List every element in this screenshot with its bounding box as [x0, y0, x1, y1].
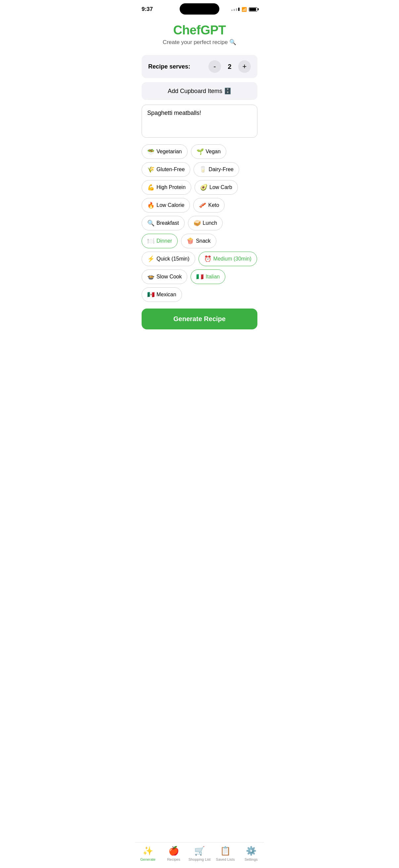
tag-gluten-free[interactable]: 🌾Gluten-Free	[142, 162, 190, 177]
app-header: ChefGPT Create your perfect recipe 🔍	[135, 17, 264, 49]
tag-emoji-dinner: 🍽️	[147, 237, 155, 245]
tag-low-calorie[interactable]: 🔥Low Calorie	[142, 198, 190, 213]
tag-emoji-vegetarian: 🥗	[147, 148, 155, 155]
tag-emoji-quick: ⚡	[147, 255, 155, 262]
tag-dairy-free[interactable]: 🥛Dairy-Free	[194, 162, 239, 177]
tag-label-dairy-free: Dairy-Free	[208, 166, 234, 173]
tag-emoji-dairy-free: 🥛	[199, 166, 206, 173]
tag-label-slow-cook: Slow Cook	[157, 274, 181, 280]
tag-slow-cook[interactable]: 🍲Slow Cook	[142, 270, 187, 284]
signal-icon	[231, 8, 239, 11]
cupboard-button[interactable]: Add Cupboard Items 🗄️	[142, 82, 257, 100]
tag-vegetarian[interactable]: 🥗Vegetarian	[142, 144, 188, 159]
tag-emoji-snack: 🍿	[187, 237, 194, 245]
recipe-input[interactable]: Spaghetti meatballs!	[142, 104, 257, 138]
tag-emoji-medium: ⏰	[204, 255, 211, 262]
generate-recipe-button[interactable]: Generate Recipe	[142, 309, 257, 330]
tag-label-breakfast: Breakfast	[157, 220, 179, 226]
tag-dinner[interactable]: 🍽️Dinner	[142, 234, 178, 248]
tag-label-keto: Keto	[208, 202, 219, 208]
tag-emoji-high-protein: 💪	[147, 184, 155, 191]
tag-label-vegetarian: Vegetarian	[157, 149, 182, 155]
app-subtitle: Create your perfect recipe 🔍	[142, 39, 257, 46]
serves-decrement-button[interactable]: -	[208, 60, 221, 73]
battery-icon	[249, 7, 257, 11]
tag-mexican[interactable]: 🇲🇽Mexican	[142, 287, 182, 302]
tag-emoji-vegan: 🌱	[197, 148, 204, 155]
serves-count: 2	[226, 63, 233, 70]
tag-medium[interactable]: ⏰Medium (30min)	[199, 252, 257, 266]
serves-label: Recipe serves:	[148, 63, 190, 70]
wifi-icon: 📶	[241, 7, 247, 12]
tag-label-lunch: Lunch	[203, 220, 218, 226]
dynamic-island	[180, 3, 219, 14]
tag-italian[interactable]: 🇮🇹Italian	[191, 270, 225, 284]
status-right: 📶	[231, 7, 257, 12]
tag-keto[interactable]: 🥓Keto	[193, 198, 225, 213]
tag-label-vegan: Vegan	[206, 149, 221, 155]
serves-controls: - 2 +	[208, 60, 251, 73]
tag-emoji-mexican: 🇲🇽	[147, 291, 155, 298]
tag-label-high-protein: High Protein	[157, 184, 186, 190]
tag-label-medium: Medium (30min)	[213, 256, 252, 262]
tag-emoji-low-carb: 🥑	[200, 184, 207, 191]
status-time: 9:37	[142, 6, 153, 12]
tag-label-italian: Italian	[205, 274, 220, 280]
tag-label-gluten-free: Gluten-Free	[157, 166, 185, 173]
tag-high-protein[interactable]: 💪High Protein	[142, 180, 191, 195]
status-bar: 9:37 📶	[135, 0, 264, 17]
tag-snack[interactable]: 🍿Snack	[181, 234, 216, 248]
tag-emoji-keto: 🥓	[199, 202, 206, 209]
tag-breakfast[interactable]: 🔍Breakfast	[142, 216, 185, 230]
serves-increment-button[interactable]: +	[238, 60, 251, 73]
tag-label-mexican: Mexican	[157, 292, 176, 298]
tag-emoji-breakfast: 🔍	[147, 219, 155, 227]
tag-label-low-carb: Low Carb	[209, 184, 232, 190]
tag-low-carb[interactable]: 🥑Low Carb	[195, 180, 237, 195]
tag-label-snack: Snack	[196, 238, 210, 244]
app-title: ChefGPT	[142, 23, 257, 37]
tag-emoji-italian: 🇮🇹	[196, 273, 203, 280]
tag-vegan[interactable]: 🌱Vegan	[191, 144, 226, 159]
tag-quick[interactable]: ⚡Quick (15min)	[142, 252, 195, 266]
tag-label-dinner: Dinner	[157, 238, 172, 244]
tag-emoji-lunch: 🥪	[194, 219, 201, 227]
tag-emoji-slow-cook: 🍲	[147, 273, 155, 280]
tag-emoji-low-calorie: 🔥	[147, 202, 155, 209]
tags-container: 🥗Vegetarian🌱Vegan🌾Gluten-Free🥛Dairy-Free…	[142, 144, 257, 302]
tag-emoji-gluten-free: 🌾	[147, 166, 155, 173]
tag-lunch[interactable]: 🥪Lunch	[188, 216, 223, 230]
tag-label-quick: Quick (15min)	[157, 256, 190, 262]
tag-label-low-calorie: Low Calorie	[157, 202, 184, 208]
serves-container: Recipe serves: - 2 +	[142, 55, 257, 78]
